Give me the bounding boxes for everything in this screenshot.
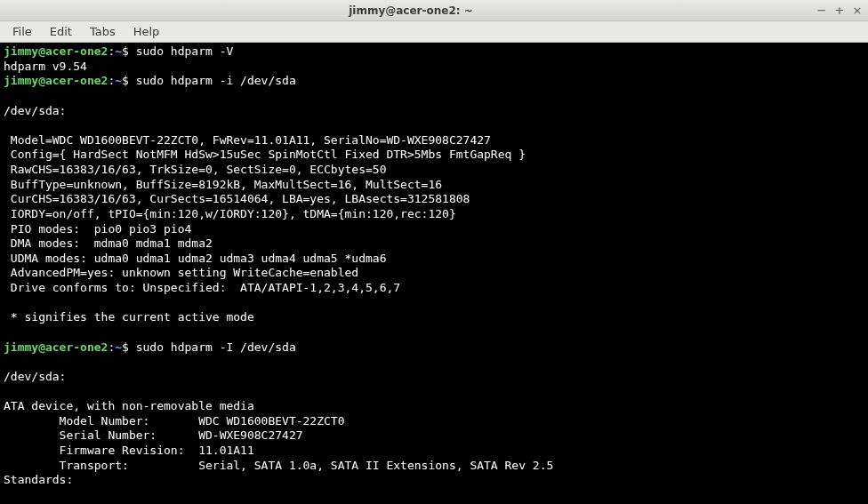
output-line: Config={ HardSect NotMFM HdSw>15uSec Spi… [4, 148, 526, 161]
prompt-path: ~ [115, 74, 122, 87]
output-line: Model=WDC WD1600BEVT-22ZCT0, FwRev=11.01… [4, 133, 491, 147]
output-line: Model Number: WDC WD1600BEVT-22ZCT0 [4, 414, 345, 428]
output-line: BuffType=unknown, BuffSize=8192kB, MaxMu… [4, 178, 442, 191]
prompt-user: jimmy@acer-one2 [4, 74, 108, 87]
command-2: sudo hdparm -i /dev/sda [136, 74, 296, 87]
maximize-icon[interactable]: + [834, 5, 845, 16]
window-title: jimmy@acer-one2: ~ [5, 4, 816, 17]
output-line: Firmware Revision: 11.01A11 [4, 444, 254, 457]
prompt-dollar: $ [122, 44, 129, 58]
menu-help[interactable]: Help [126, 23, 167, 40]
prompt-dollar: $ [122, 340, 129, 354]
window-controls: − + × [816, 5, 863, 16]
prompt-path: ~ [115, 340, 122, 354]
prompt-user: jimmy@acer-one2 [4, 44, 108, 58]
output-line: IORDY=on/off, tPIO={min:120,w/IORDY:120}… [4, 207, 456, 220]
output-line: /dev/sda: [4, 370, 66, 383]
output-1: hdparm v9.54 [4, 60, 87, 73]
output-line: * signifies the current active mode [4, 310, 254, 324]
output-line: RawCHS=16383/16/63, TrkSize=0, SectSize=… [4, 163, 386, 176]
output-line: Transport: Serial, SATA 1.0a, SATA II Ex… [4, 459, 553, 472]
output-line: PIO modes: pio0 pio3 pio4 [4, 222, 191, 236]
menu-tabs[interactable]: Tabs [83, 23, 123, 40]
command-3: sudo hdparm -I /dev/sda [136, 340, 296, 354]
output-line: UDMA modes: udma0 udma1 udma2 udma3 udma… [4, 252, 386, 265]
output-line: /dev/sda: [4, 104, 66, 117]
output-line: Serial Number: WD-WXE908C27427 [4, 428, 303, 442]
terminal-area[interactable]: jimmy@acer-one2:~$ sudo hdparm -V hdparm… [0, 43, 868, 504]
output-line: CurCHS=16383/16/63, CurSects=16514064, L… [4, 192, 470, 205]
output-line: DMA modes: mdma0 mdma1 mdma2 [4, 236, 213, 250]
command-1: sudo hdparm -V [136, 44, 234, 58]
prompt-dollar: $ [122, 74, 129, 87]
output-line: Drive conforms to: Unspecified: ATA/ATAP… [4, 281, 400, 294]
output-line: ATA device, with non-removable media [4, 399, 254, 412]
output-line: Standards: [4, 473, 73, 486]
minimize-icon[interactable]: − [816, 5, 827, 16]
close-icon[interactable]: × [852, 5, 863, 16]
prompt-user: jimmy@acer-one2 [4, 340, 108, 354]
menu-edit[interactable]: Edit [43, 23, 79, 40]
output-line: AdvancedPM=yes: unknown setting WriteCac… [4, 266, 358, 279]
menubar: File Edit Tabs Help [0, 21, 868, 43]
menu-file[interactable]: File [5, 23, 39, 40]
prompt-path: ~ [115, 44, 122, 58]
window-titlebar: jimmy@acer-one2: ~ − + × [0, 0, 868, 21]
